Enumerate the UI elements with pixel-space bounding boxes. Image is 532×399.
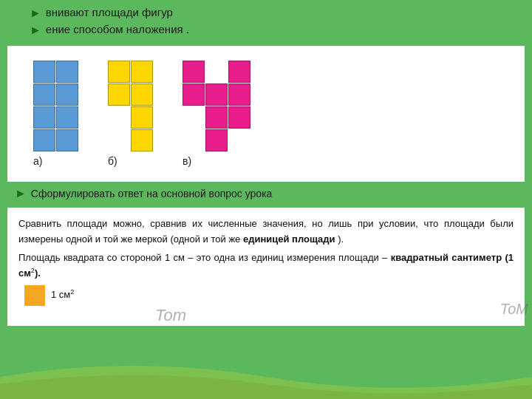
text-paragraph-1: Сравнить площади можно, сравнив их числе… <box>18 216 514 248</box>
bullet-text-1: внивают площади фигур <box>46 6 173 18</box>
bottom-bullet-item: ► Сформулировать ответ на основной вопро… <box>0 182 532 205</box>
cell <box>33 61 55 83</box>
cell <box>108 83 130 106</box>
cell <box>205 106 228 129</box>
cell <box>205 83 228 106</box>
text-box: Сравнить площади можно, сравнив их числе… <box>7 208 525 326</box>
watermark-tom2: ToM <box>500 301 528 318</box>
cm2-sup: 2 <box>70 288 74 296</box>
text-para2-start: Площадь квадрата со стороной 1 см – это … <box>18 252 387 263</box>
cell <box>131 61 153 83</box>
cell <box>131 106 153 129</box>
text-bold1: единицей площади <box>243 233 335 245</box>
figure-b <box>108 61 153 151</box>
cell-empty <box>108 129 130 151</box>
bullet-item-1: ► внивают площади фигур <box>30 6 517 20</box>
white-area: а) б) <box>7 46 525 182</box>
cell <box>228 106 250 129</box>
figure-b-label: б) <box>108 155 117 167</box>
cell-empty <box>108 106 130 129</box>
cell <box>108 61 130 83</box>
cell <box>56 61 78 83</box>
cell <box>131 83 153 106</box>
cm2-line: 1 см2 <box>18 285 514 306</box>
figure-c-label: в) <box>183 155 191 167</box>
figure-c-wrapper: в) <box>183 61 250 167</box>
top-section: ► внивают площади фигур ► ение способом … <box>0 0 532 46</box>
bullet-arrow-2: ► <box>30 24 41 37</box>
cell <box>228 61 250 83</box>
bottom-bullet-text: Сформулировать ответ на основной вопрос … <box>31 188 273 200</box>
cell <box>183 61 205 83</box>
figure-c <box>183 61 250 151</box>
figures-row: а) б) <box>18 53 514 171</box>
figure-a <box>33 61 78 151</box>
figure-b-wrapper: б) <box>108 61 153 167</box>
cell <box>33 129 55 151</box>
cell <box>33 106 55 129</box>
slide-container: ► внивают площади фигур ► ение способом … <box>0 0 532 399</box>
text-para2-end: ). <box>35 268 41 279</box>
bottom-decoration <box>0 355 532 399</box>
cell <box>56 106 78 129</box>
bullet-arrow-3: ► <box>15 187 27 200</box>
cell-empty <box>183 129 205 151</box>
cm2-label: 1 см2 <box>51 287 74 303</box>
cell <box>205 129 228 151</box>
bullet-item-2: ► ение способом наложения . <box>30 23 517 37</box>
orange-square-icon <box>24 285 45 306</box>
bullet-arrow-1: ► <box>30 7 41 20</box>
text-para1-end: ). <box>338 233 344 245</box>
cell <box>183 83 205 106</box>
cm2-text: 1 см <box>51 290 70 301</box>
figure-a-wrapper: а) <box>33 61 78 167</box>
cell <box>228 83 250 106</box>
bullet-text-2: ение способом наложения . <box>46 23 189 35</box>
cell-empty <box>205 61 228 83</box>
text-paragraph-2: Площадь квадрата со стороной 1 см – это … <box>18 250 514 282</box>
figure-a-label: а) <box>33 155 42 167</box>
cell <box>56 129 78 151</box>
cell-empty <box>228 129 250 151</box>
cell <box>33 83 55 106</box>
cell <box>131 129 153 151</box>
watermark-tom: Tom <box>155 306 186 325</box>
cell-empty <box>183 106 205 129</box>
cell <box>56 83 78 106</box>
